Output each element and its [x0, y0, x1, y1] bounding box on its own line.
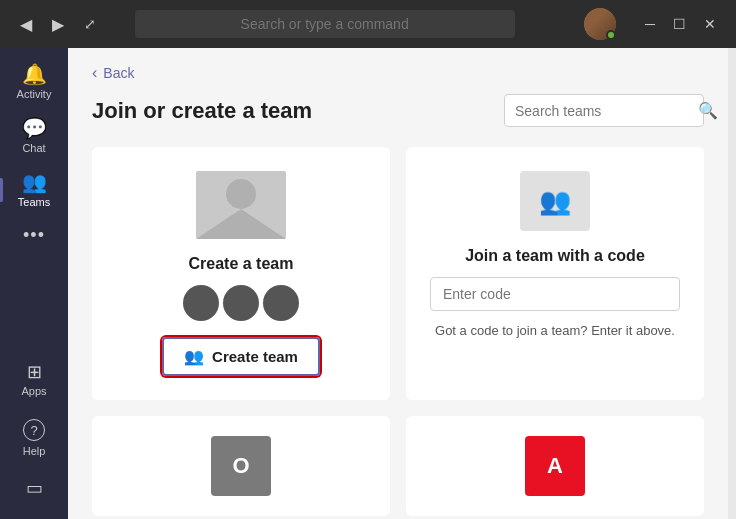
- sidebar-bottom: ⊞ Apps ? Help ▭: [0, 355, 68, 519]
- titlebar: ◀ ▶ ⤢ ─ ☐ ✕: [0, 0, 736, 48]
- sidebar-item-more[interactable]: •••: [0, 218, 68, 252]
- bottom-card-1: O: [92, 416, 390, 516]
- minimize-button[interactable]: ─: [636, 10, 664, 38]
- join-hint: Got a code to join a team? Enter it abov…: [435, 323, 675, 338]
- window-controls: ─ ☐ ✕: [636, 10, 724, 38]
- back-chevron-icon: ‹: [92, 64, 97, 82]
- command-search-input[interactable]: [135, 10, 515, 38]
- device-icon: ▭: [26, 479, 43, 497]
- person-icon-3: [263, 285, 299, 321]
- scrollbar-track: [728, 48, 736, 519]
- main-content: ‹ Back Join or create a team 🔍 Create a: [68, 48, 728, 519]
- main-layout: 🔔 Activity 💬 Chat 👥 Teams ••• ⊞ Apps ? H…: [0, 48, 736, 519]
- sidebar-item-label-activity: Activity: [17, 88, 52, 100]
- join-team-title: Join a team with a code: [465, 247, 645, 265]
- bottom-icon-red: A: [525, 436, 585, 496]
- nav-buttons: ◀ ▶: [12, 10, 72, 38]
- code-input[interactable]: [430, 277, 680, 311]
- maximize-button[interactable]: ☐: [666, 10, 694, 38]
- activity-icon: 🔔: [22, 64, 47, 84]
- chat-icon: 💬: [22, 118, 47, 138]
- people-icons: [183, 285, 299, 321]
- create-team-btn-label: Create team: [212, 348, 298, 365]
- more-icon: •••: [23, 226, 45, 244]
- create-team-card: Create a team 👥 Create team: [92, 147, 390, 400]
- external-icon[interactable]: ⤢: [84, 16, 96, 32]
- sidebar-item-apps[interactable]: ⊞ Apps: [0, 355, 68, 405]
- create-team-graphic: [196, 171, 286, 239]
- search-icon: 🔍: [698, 101, 718, 120]
- graphic-circle: [226, 179, 256, 209]
- sidebar-item-label-apps: Apps: [21, 385, 46, 397]
- back-button[interactable]: ‹ Back: [92, 64, 134, 82]
- create-team-icon: 👥: [184, 347, 204, 366]
- sidebar-item-label-help: Help: [23, 445, 46, 457]
- sidebar-item-teams[interactable]: 👥 Teams: [0, 164, 68, 216]
- sidebar-item-help[interactable]: ? Help: [0, 411, 68, 465]
- apps-icon: ⊞: [27, 363, 42, 381]
- sidebar: 🔔 Activity 💬 Chat 👥 Teams ••• ⊞ Apps ? H…: [0, 48, 68, 519]
- person-icon-1: [183, 285, 219, 321]
- user-avatar-container: [584, 8, 616, 40]
- search-teams-container[interactable]: 🔍: [504, 94, 704, 127]
- avatar-status-indicator: [606, 30, 616, 40]
- forward-button[interactable]: ▶: [44, 10, 72, 38]
- back-button[interactable]: ◀: [12, 10, 40, 38]
- search-teams-input[interactable]: [515, 103, 690, 119]
- join-team-card: 👥 Join a team with a code Got a code to …: [406, 147, 704, 400]
- bottom-card-2: A: [406, 416, 704, 516]
- person-icon-2: [223, 285, 259, 321]
- close-button[interactable]: ✕: [696, 10, 724, 38]
- create-team-title: Create a team: [189, 255, 294, 273]
- join-teams-icon: 👥: [539, 186, 571, 217]
- back-label: Back: [103, 65, 134, 81]
- sidebar-item-activity[interactable]: 🔔 Activity: [0, 56, 68, 108]
- sidebar-item-label-chat: Chat: [22, 142, 45, 154]
- bottom-icon-gray: O: [211, 436, 271, 496]
- sidebar-item-chat[interactable]: 💬 Chat: [0, 110, 68, 162]
- cards-grid: Create a team 👥 Create team 👥 Join a tea…: [92, 147, 704, 516]
- sidebar-item-label-teams: Teams: [18, 196, 50, 208]
- sidebar-item-device[interactable]: ▭: [0, 471, 68, 505]
- graphic-triangle: [196, 209, 286, 239]
- help-icon: ?: [23, 419, 45, 441]
- teams-icon: 👥: [22, 172, 47, 192]
- create-team-button[interactable]: 👥 Create team: [162, 337, 320, 376]
- page-title: Join or create a team: [92, 98, 312, 124]
- join-icon-container: 👥: [520, 171, 590, 231]
- header-row: Join or create a team 🔍: [92, 94, 704, 127]
